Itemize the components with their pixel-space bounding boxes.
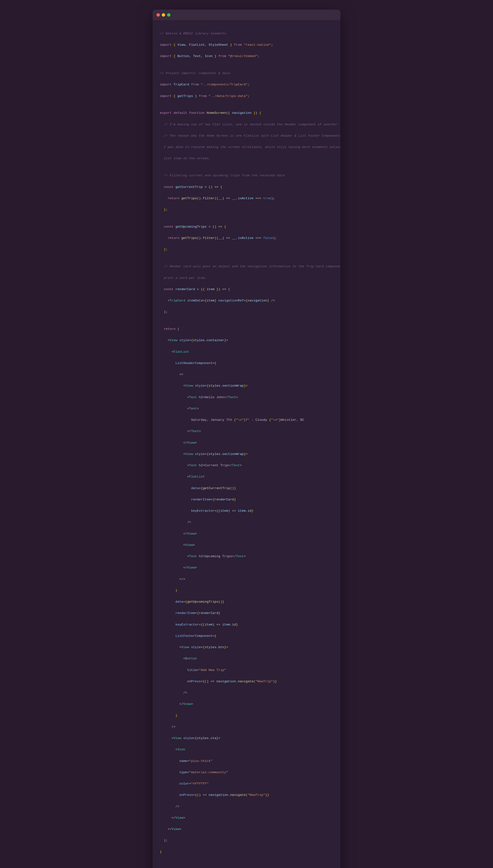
maximize-button[interactable] <box>167 13 170 17</box>
code-editor-window: // Native & RNEUI library elements impor… <box>153 9 340 868</box>
minimize-button[interactable] <box>162 13 165 17</box>
titlebar <box>153 9 340 20</box>
close-button[interactable] <box>156 13 160 17</box>
code-content: // Native & RNEUI library elements impor… <box>153 20 340 868</box>
